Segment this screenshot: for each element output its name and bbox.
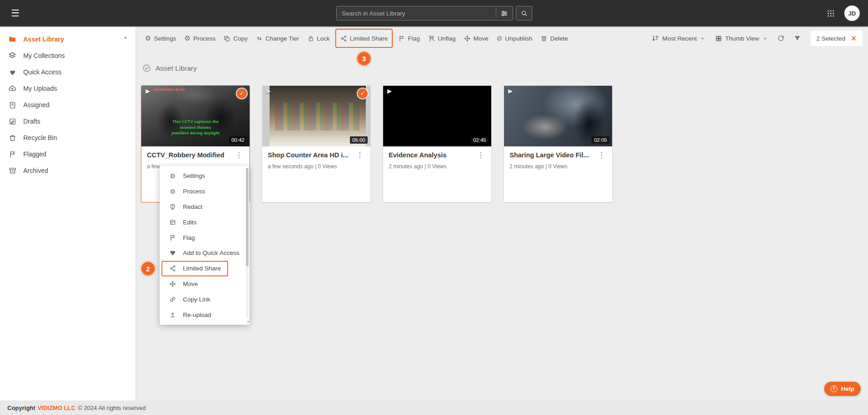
menu-item-process[interactable]: ⚙ Process: [160, 184, 249, 199]
copy-icon: [223, 35, 230, 42]
selected-check-icon[interactable]: ✓: [358, 88, 368, 99]
help-label: Help: [841, 385, 854, 392]
flag-button[interactable]: Flag: [394, 31, 424, 46]
apps-icon[interactable]: [826, 9, 835, 18]
share-icon: [169, 265, 177, 272]
move-icon: [464, 35, 471, 42]
menu-item-add-to-quick-access[interactable]: ♥ Add to Quick Access: [160, 245, 249, 261]
asset-card: ▶ 05:00 ✓ Shop Counter Area HD i... ⋮ a …: [262, 86, 370, 202]
annotation-step-2-badge: 2: [141, 262, 155, 275]
asset-card: ▶ 02:45 Evidence Analysis ⋮ 2 minutes ag…: [383, 86, 491, 202]
menu-item-move[interactable]: Move: [160, 276, 249, 292]
avatar[interactable]: JD: [844, 5, 860, 21]
selected-check-icon[interactable]: ✓: [237, 88, 247, 99]
sidebar-item-label: Asset Library: [23, 36, 64, 43]
footer: Copyright VIDIZMO LLC © 2024 All rights …: [0, 400, 868, 415]
filter-button[interactable]: [790, 31, 805, 46]
menu-item-flag[interactable]: Flag: [160, 230, 249, 245]
menu-item-edits[interactable]: Edits: [160, 214, 249, 230]
chevron-up-icon[interactable]: ⌃: [123, 36, 128, 42]
sidebar-item-archived[interactable]: Archived: [0, 162, 135, 179]
kebab-menu-icon[interactable]: ⋮: [476, 151, 486, 159]
kebab-menu-icon[interactable]: ⋮: [597, 151, 607, 159]
check-circle-icon[interactable]: [142, 64, 151, 73]
archive-icon: [8, 167, 16, 175]
menu-item-label: Edits: [183, 219, 197, 226]
menu-scrollbar-thumb[interactable]: [246, 168, 249, 266]
search-filter-icon[interactable]: [496, 6, 513, 21]
duration-badge: 00:42: [229, 136, 247, 144]
thumbnail-caption: This CCTV captures the moment thieves je…: [141, 119, 249, 136]
sidebar-item-label: Assigned: [23, 101, 50, 109]
menu-item-copy-link[interactable]: Copy Link: [160, 291, 249, 307]
video-thumbnail[interactable]: ▶ 05:00 ✓: [262, 86, 370, 146]
sidebar-item-label: Archived: [23, 167, 48, 174]
help-button[interactable]: ? Help: [824, 382, 861, 396]
video-thumbnail[interactable]: ▶ 02:05: [504, 86, 612, 146]
menu-item-re-upload[interactable]: Re-upload: [160, 307, 249, 322]
page-title-row: Asset Library: [142, 64, 197, 73]
footer-rights: © 2024 All rights reserved: [78, 405, 146, 411]
shield-icon: [169, 203, 177, 210]
copy-button[interactable]: Copy: [219, 31, 252, 46]
top-bar: ☰ J: [0, 0, 868, 26]
scroll-down-arrow-icon[interactable]: ▾: [247, 320, 249, 324]
heart-icon: ♥: [169, 250, 177, 256]
folder-icon: [8, 35, 16, 43]
change-tier-button[interactable]: Change Tier: [252, 31, 303, 46]
sidebar: Asset Library ⌃ My Collections Quick Acc…: [0, 26, 135, 400]
sidebar-item-my-collections[interactable]: My Collections: [0, 47, 135, 64]
process-button[interactable]: ⚙ Process: [180, 31, 219, 46]
card-info: Sharing Large Video Fil... ⋮ 2 minutes a…: [504, 146, 612, 175]
view-label: Thumb View: [725, 35, 759, 42]
context-menu: ⚙ Settings ⚙ Process Redact Edits Flag ♥…: [160, 166, 249, 325]
asset-title[interactable]: Shop Counter Area HD i...: [268, 151, 348, 159]
limited-share-button[interactable]: Limited Share: [338, 31, 390, 46]
clear-selection-icon[interactable]: ×: [851, 35, 857, 42]
footer-brand-link[interactable]: VIDIZMO LLC: [37, 405, 75, 411]
refresh-button[interactable]: [773, 31, 789, 46]
menu-item-label: Add to Quick Access: [183, 249, 239, 256]
menu-scrollbar[interactable]: [246, 168, 249, 317]
sidebar-item-flagged[interactable]: Flagged: [0, 146, 135, 162]
asset-title[interactable]: Evidence Analysis: [389, 151, 447, 159]
search-input[interactable]: [337, 10, 496, 17]
sort-dropdown[interactable]: Most Recent: [647, 35, 710, 42]
unflag-button[interactable]: Unflag: [424, 31, 460, 46]
asset-meta: a few seconds ago | 0 Views: [268, 163, 365, 170]
unpublish-button[interactable]: ⊘ Unpublish: [493, 31, 537, 46]
menu-item-redact[interactable]: Redact: [160, 199, 249, 215]
kebab-menu-icon[interactable]: ⋮: [234, 151, 244, 159]
share-icon: [340, 35, 347, 42]
sidebar-item-drafts[interactable]: Drafts: [0, 113, 135, 130]
sidebar-item-asset-library[interactable]: Asset Library ⌃: [0, 31, 135, 47]
delete-button[interactable]: Delete: [536, 31, 572, 46]
menu-item-limited-share[interactable]: 2 Limited Share: [161, 261, 228, 276]
move-button[interactable]: Move: [460, 31, 493, 46]
button-label: Copy: [233, 35, 248, 42]
settings-button[interactable]: ⚙ Settings: [141, 31, 180, 46]
menu-item-settings[interactable]: ⚙ Settings: [160, 168, 249, 184]
view-dropdown[interactable]: Thumb View: [711, 35, 772, 42]
sort-label: Most Recent: [662, 35, 697, 42]
button-label: Delete: [550, 35, 568, 42]
hamburger-menu-icon[interactable]: ☰: [8, 7, 22, 20]
sidebar-item-recycle-bin[interactable]: Recycle Bin: [0, 130, 135, 146]
funnel-icon: [794, 35, 801, 42]
lock-button[interactable]: Lock: [303, 31, 334, 46]
video-thumbnail[interactable]: ▶ 02:45: [383, 86, 491, 146]
sidebar-item-assigned[interactable]: Assigned: [0, 97, 135, 113]
asset-meta: 2 minutes ago | 0 Views: [389, 163, 486, 170]
menu-item-label: Limited Share: [183, 265, 221, 272]
search-button[interactable]: [516, 6, 532, 21]
video-thumbnail[interactable]: SHEPHERDS BUSH ▶ This CCTV captures the …: [141, 86, 249, 146]
sidebar-item-my-uploads[interactable]: My Uploads: [0, 80, 135, 97]
button-label: Process: [193, 35, 216, 42]
sidebar-item-quick-access[interactable]: Quick Access: [0, 64, 135, 80]
chevron-down-icon: [763, 36, 768, 41]
assigned-icon: [8, 101, 16, 109]
chevron-down-icon: [700, 36, 705, 41]
asset-title[interactable]: CCTV_Robbery Modified: [147, 151, 224, 159]
asset-title[interactable]: Sharing Large Video Fil...: [509, 151, 589, 159]
kebab-menu-icon[interactable]: ⋮: [355, 151, 365, 159]
